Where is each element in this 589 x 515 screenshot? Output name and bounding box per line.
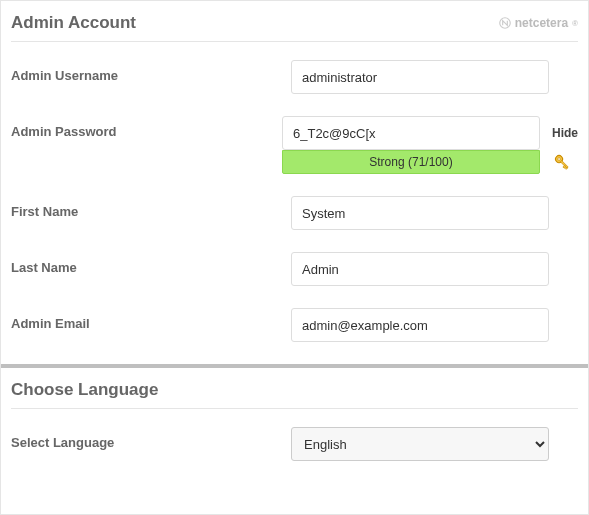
section-header: Admin Account netcetera® — [11, 1, 578, 42]
admin-password-input[interactable] — [282, 116, 540, 150]
brand-logo: netcetera® — [498, 16, 578, 30]
admin-username-input[interactable] — [291, 60, 549, 94]
admin-username-row: Admin Username — [11, 60, 578, 94]
select-language-dropdown[interactable]: English — [291, 427, 549, 461]
admin-password-label: Admin Password — [11, 116, 282, 139]
hide-password-toggle[interactable]: Hide — [552, 126, 578, 140]
last-name-label: Last Name — [11, 252, 291, 275]
admin-username-label: Admin Username — [11, 60, 291, 83]
admin-email-row: Admin Email — [11, 308, 578, 342]
password-strength-bar: Strong (71/100) — [282, 150, 540, 174]
admin-email-label: Admin Email — [11, 308, 291, 331]
admin-email-input[interactable] — [291, 308, 549, 342]
select-language-row: Select Language English — [11, 427, 578, 461]
choose-language-section: Choose Language Select Language English — [1, 368, 588, 461]
admin-password-row: Admin Password Hide Strong (71/100) — [11, 116, 578, 174]
brand-text: netcetera — [515, 16, 568, 30]
brand-reg: ® — [572, 19, 578, 28]
section-title: Admin Account — [11, 13, 136, 33]
admin-account-section: Admin Account netcetera® Admin Username … — [1, 1, 588, 342]
first-name-label: First Name — [11, 196, 291, 219]
brand-icon — [498, 16, 512, 30]
first-name-row: First Name — [11, 196, 578, 230]
first-name-input[interactable] — [291, 196, 549, 230]
section-header: Choose Language — [11, 368, 578, 409]
section-title: Choose Language — [11, 380, 158, 400]
last-name-row: Last Name — [11, 252, 578, 286]
last-name-input[interactable] — [291, 252, 549, 286]
key-icon[interactable] — [552, 152, 572, 172]
select-language-label: Select Language — [11, 427, 291, 450]
